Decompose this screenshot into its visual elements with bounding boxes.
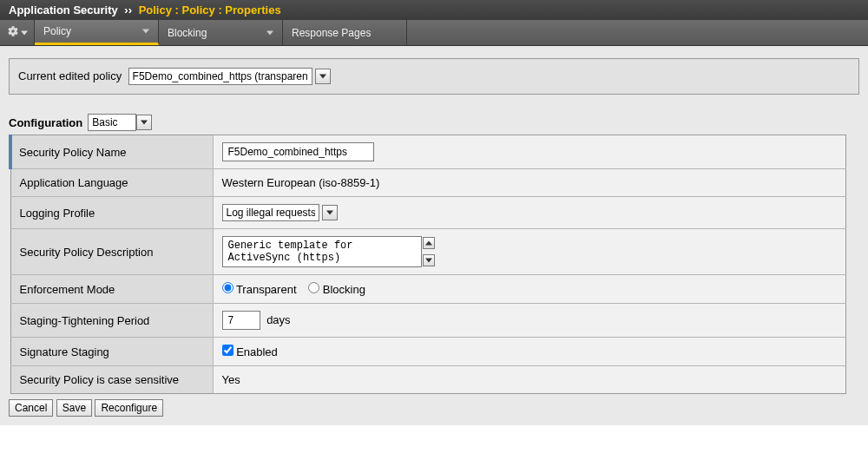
configuration-row: Configuration <box>9 114 859 131</box>
properties-table: Security Policy Name Application Languag… <box>9 135 846 394</box>
configuration-dropdown-button[interactable] <box>136 115 152 130</box>
reconfigure-button[interactable]: Reconfigure <box>95 399 163 417</box>
policy-name-input[interactable] <box>222 142 374 161</box>
breadcrumb-path: Policy : Policy : Properties <box>139 3 281 16</box>
staging-period-unit: days <box>266 313 290 326</box>
button-row: Cancel Save Reconfigure <box>9 399 859 417</box>
configuration-label: Configuration <box>9 116 82 129</box>
current-policy-select[interactable] <box>128 68 312 85</box>
textarea-scroll-up[interactable] <box>423 237 435 249</box>
current-policy-label: Current edited policy <box>18 69 122 82</box>
row-label-staging-period: Staging-Tightening Period <box>10 304 213 338</box>
policy-description-textarea[interactable] <box>222 236 422 267</box>
row-label-app-language: Application Language <box>10 169 213 197</box>
row-label-policy-name: Security Policy Name <box>10 135 213 169</box>
signature-staging-checkbox[interactable] <box>222 345 233 356</box>
enforcement-transparent-option[interactable]: Transparent <box>222 283 300 296</box>
row-label-case-sensitive: Security Policy is case sensitive <box>10 366 213 394</box>
tab-bar: Policy Blocking Response Pages <box>0 20 868 46</box>
breadcrumb-prefix: Application Security <box>9 3 118 16</box>
enforcement-transparent-radio[interactable] <box>222 282 233 293</box>
settings-menu[interactable] <box>0 20 35 45</box>
staging-period-input[interactable] <box>222 311 260 330</box>
content-area: Current edited policy Configuration Secu… <box>0 46 868 425</box>
configuration-select[interactable] <box>88 114 136 131</box>
tab-label: Response Pages <box>292 27 371 39</box>
current-policy-value[interactable] <box>129 69 312 84</box>
tab-policy[interactable]: Policy <box>35 20 159 45</box>
row-label-enforcement-mode: Enforcement Mode <box>10 275 213 304</box>
signature-staging-option[interactable]: Enabled <box>222 345 278 358</box>
checkbox-label: Enabled <box>236 345 278 358</box>
enforcement-blocking-radio[interactable] <box>308 282 319 293</box>
save-button[interactable]: Save <box>56 399 92 417</box>
breadcrumb-separator: ›› <box>121 3 135 16</box>
radio-label: Blocking <box>323 283 365 296</box>
logging-profile-value[interactable] <box>223 205 319 220</box>
tab-label: Blocking <box>168 27 207 39</box>
row-label-signature-staging: Signature Staging <box>10 338 213 366</box>
row-label-policy-description: Security Policy Description <box>10 229 213 275</box>
enforcement-blocking-option[interactable]: Blocking <box>308 283 365 296</box>
app-language-value: Western European (iso-8859-1) <box>213 169 846 197</box>
tab-response-pages[interactable]: Response Pages <box>283 20 407 45</box>
radio-label: Transparent <box>236 283 297 296</box>
cancel-button[interactable]: Cancel <box>9 399 53 417</box>
row-label-logging-profile: Logging Profile <box>10 197 213 229</box>
chevron-down-icon <box>142 25 149 37</box>
configuration-value[interactable] <box>89 115 135 130</box>
chevron-down-icon <box>21 27 28 39</box>
gear-icon <box>7 25 19 40</box>
case-sensitive-value: Yes <box>213 366 846 394</box>
current-policy-box: Current edited policy <box>9 58 859 95</box>
tab-blocking[interactable]: Blocking <box>159 20 283 45</box>
textarea-scroll-down[interactable] <box>423 254 435 266</box>
current-policy-dropdown-button[interactable] <box>315 69 331 84</box>
logging-profile-dropdown-button[interactable] <box>322 205 338 220</box>
logging-profile-select[interactable] <box>222 204 319 221</box>
breadcrumb: Application Security ›› Policy : Policy … <box>0 0 868 20</box>
chevron-down-icon <box>266 27 273 39</box>
tab-label: Policy <box>43 25 71 37</box>
